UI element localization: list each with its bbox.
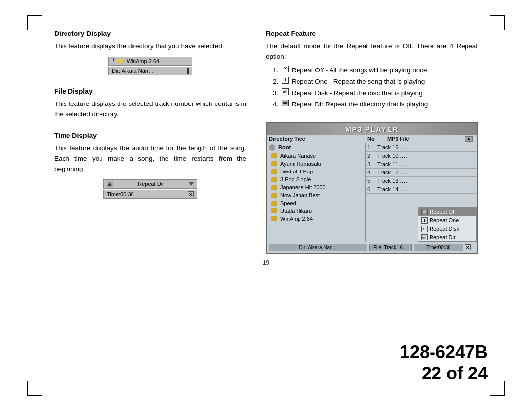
repeat-dir-label: Repeat Dir (138, 181, 164, 187)
tree-root-label: Root (278, 144, 291, 150)
track-list: 1 Track 16…… 2 Track 10…… 3 Track 11…… (366, 143, 477, 194)
mp3-player: MP3 PLAYER Directory Tree No MP3 File ▲ (266, 122, 478, 254)
repeat-item-dir: 4. dir Repeat Dir Repeat the directory t… (273, 99, 478, 110)
folder-icon-bestjpop (271, 169, 277, 174)
mp3-player-container: MP3 PLAYER Directory Tree No MP3 File ▲ (266, 122, 478, 254)
repeat-dir-bar: dir Repeat Dir (103, 179, 197, 189)
tree-item-utada[interactable]: Utada Hikaru (267, 207, 365, 215)
scroll-up-btn[interactable]: ▲ (465, 136, 473, 142)
directory-display-body: This feature displays the directory that… (54, 41, 246, 52)
track-no-2: 2 (367, 153, 377, 159)
dropdown-item-off[interactable]: ✕ Repeat Off (418, 208, 476, 216)
repeat-dropdown: ✕ Repeat Off 1 Repeat One all Repeat Dis… (418, 207, 477, 242)
doc-number: 128-6247B 22 of 24 (400, 342, 488, 384)
chevron-down-icon (189, 182, 194, 186)
repeat-text-off: Repeat Off - All the songs will be playi… (292, 65, 427, 76)
dd-icon-dir: dir (421, 234, 428, 240)
time-display-title: Time Display (54, 132, 246, 139)
tree-item-ayumi[interactable]: Ayumi Hamasaki (267, 160, 365, 168)
folder-icon-speed (271, 201, 277, 206)
footer-x-icon[interactable]: ✕ (465, 244, 471, 250)
repeat-feature-list: 1. ✕ Repeat Off - All the songs will be … (271, 65, 478, 110)
time-bar: Time:00:36 ✕ (103, 190, 197, 199)
directory-display-title: Directory Display (54, 30, 246, 37)
time-display-body: This feature displays the audio time for… (54, 143, 246, 174)
tree-label-speed: Speed (280, 200, 296, 206)
dir-label-text: Dir: Aikara Nan… (112, 68, 154, 74)
col-mp3file: MP3 File (387, 136, 465, 142)
folder-icon-winamp (117, 59, 123, 63)
folder-icon-utada (271, 208, 277, 213)
track-file-5: Track 13…… (377, 178, 475, 184)
track-no-4: 4 (367, 170, 377, 175)
mp3-left-panel: Root Aikara Nanase Ayumi Hamasaki (267, 143, 366, 242)
track-row-1: 1 Track 16…… (366, 143, 477, 152)
folder-icon-nowjapan (271, 193, 277, 198)
col-no: No (367, 136, 387, 142)
tree-label-utada: Utada Hikaru (280, 208, 312, 214)
track-row-6: 6 Track 14…… (366, 185, 477, 194)
doc-id: 128-6247B (400, 342, 488, 363)
tree-item-speed[interactable]: Speed (267, 199, 365, 207)
track-no-6: 6 (367, 186, 377, 192)
tree-item-root[interactable]: Root (267, 143, 365, 152)
dd-icon-x: ✕ (421, 209, 428, 215)
track-file-4: Track 12…… (377, 170, 475, 175)
repeat-feature-intro: The default mode for the Repeat feature … (266, 41, 478, 62)
track-row-3: 3 Track 11…… (366, 160, 477, 169)
track-file-2: Track 10…… (377, 153, 475, 159)
repeat-text-one: Repeat One - Repeat the song that is pla… (292, 76, 425, 88)
repeat-icon-x: ✕ (282, 66, 289, 72)
footer-time-btn[interactable]: Time:00:36 (414, 244, 463, 251)
repeat-item-one: 2. 1 Repeat One - Repeat the song that i… (273, 76, 478, 88)
x-symbol-time: ✕ (188, 191, 194, 197)
repeat-text-dir: Repeat Dir Repeat the directory that is … (292, 99, 428, 110)
page-number: -19- (39, 259, 493, 266)
dd-label-one: Repeat One (430, 217, 459, 223)
file-display-title: File Display (54, 87, 246, 95)
tree-item-bestjpop[interactable]: Best of J-Pop (267, 168, 365, 175)
footer-dir-btn[interactable]: Dir: Aikara Nan… (269, 244, 367, 251)
dropdown-item-dir[interactable]: dir Repeat Dir (418, 233, 476, 241)
tree-item-nowjapan[interactable]: Now Japan Best (267, 191, 365, 199)
track-no-5: 5 (367, 178, 377, 184)
repeat-icon-dir: dir (282, 100, 289, 106)
dropdown-item-disk[interactable]: all Repeat Disk (418, 225, 476, 233)
repeat-item-off: 1. ✕ Repeat Off - All the songs will be … (273, 65, 478, 76)
dd-icon-all: all (421, 226, 428, 232)
mp3-footer: Dir: Aikara Nan… File: Track 16… Time:00… (267, 242, 477, 253)
winamp-label-row: └ WinAmp 2.64 (108, 57, 192, 66)
mp3-right-panel: 1 Track 16…… 2 Track 10…… 3 Track 11…… (366, 143, 477, 242)
folder-icon-aikara (271, 153, 277, 158)
track-file-6: Track 14…… (377, 186, 475, 192)
tree-label-ayumi: Ayumi Hamasaki (280, 161, 321, 167)
track-no-1: 1 (367, 144, 377, 150)
repeat-num-3: 3. (273, 88, 280, 99)
tree-item-winamp[interactable]: WinAmp 2.64 (267, 215, 365, 223)
track-row-5: 5 Track 13…… (366, 177, 477, 185)
repeat-dir-icon: dir (107, 181, 113, 187)
page: Directory Display This feature displays … (0, 0, 532, 411)
repeat-num-2: 2. (273, 76, 280, 88)
tree-item-japhit[interactable]: Japanese Hit 2000 (267, 183, 365, 191)
dd-icon-one: 1 (421, 217, 428, 224)
tree-label-jpop: J-Pop Single (280, 176, 311, 182)
tree-item-jpop[interactable]: J-Pop Single (267, 175, 365, 183)
repeat-num-1: 1. (273, 65, 280, 76)
repeat-icon-one: 1 (282, 77, 289, 84)
indent-arrow-icon: └ (112, 58, 115, 64)
footer-file-btn[interactable]: File: Track 16… (369, 244, 412, 251)
page-of: 22 of 24 (400, 363, 488, 384)
time-display-section: Time Display This feature displays the a… (54, 132, 246, 199)
folder-icon-japhit (271, 185, 277, 190)
mp3-title-bar: MP3 PLAYER (267, 123, 477, 135)
tree-label-japhit: Japanese Hit 2000 (280, 184, 326, 190)
tree-item-aikara[interactable]: Aikara Nanase (267, 152, 365, 160)
dir-cursor (187, 68, 189, 74)
tree-label-bestjpop: Best of J-Pop (280, 169, 313, 174)
track-row-4: 4 Track 12…… (366, 169, 477, 177)
dropdown-item-one[interactable]: 1 Repeat One (418, 216, 476, 225)
directory-display-section: Directory Display This feature displays … (54, 30, 246, 75)
file-display-body: This feature displays the selected track… (54, 99, 246, 120)
folder-icon-jpop (271, 177, 277, 182)
